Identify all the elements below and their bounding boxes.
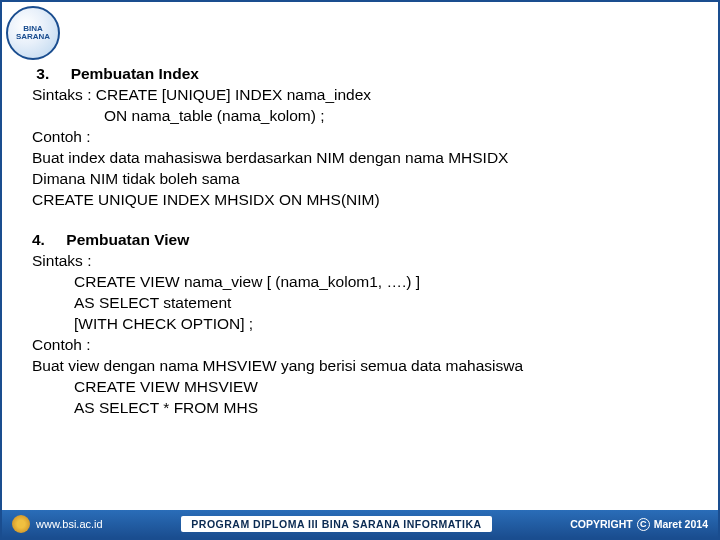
- section-number: 3.: [36, 64, 66, 85]
- body-line: Dimana NIM tidak boleh sama: [32, 169, 698, 190]
- section-heading: 4. Pembuatan View: [32, 230, 698, 251]
- footer-left: www.bsi.ac.id: [12, 515, 103, 533]
- section-number: 4.: [32, 230, 62, 251]
- body-line: [WITH CHECK OPTION] ;: [32, 314, 698, 335]
- copyright-icon: C: [637, 518, 650, 531]
- slide-footer: www.bsi.ac.id PROGRAM DIPLOMA III BINA S…: [2, 510, 718, 538]
- body-line: CREATE VIEW MHSVIEW: [32, 377, 698, 398]
- copyright-date: Maret 2014: [654, 518, 708, 530]
- footer-copyright: COPYRIGHT C Maret 2014: [570, 518, 708, 531]
- section-title: Pembuatan Index: [71, 65, 199, 82]
- copyright-label: COPYRIGHT: [570, 518, 632, 530]
- section-heading: 3. Pembuatan Index: [32, 64, 698, 85]
- footer-url: www.bsi.ac.id: [36, 518, 103, 530]
- crest-icon: [12, 515, 30, 533]
- institution-logo: BINA SARANA: [6, 6, 60, 60]
- body-line: AS SELECT * FROM MHS: [32, 398, 698, 419]
- body-line: CREATE UNIQUE INDEX MHSIDX ON MHS(NIM): [32, 190, 698, 211]
- section-view: 4. Pembuatan View Sintaks : CREATE VIEW …: [32, 230, 698, 418]
- body-line: CREATE VIEW nama_view [ (nama_kolom1, ….…: [32, 272, 698, 293]
- body-line: Sintaks :: [32, 251, 698, 272]
- body-line: Buat index data mahasiswa berdasarkan NI…: [32, 148, 698, 169]
- body-line: ON nama_table (nama_kolom) ;: [32, 106, 698, 127]
- body-line: Sintaks : CREATE [UNIQUE] INDEX nama_ind…: [32, 85, 698, 106]
- body-line: Contoh :: [32, 335, 698, 356]
- footer-program: PROGRAM DIPLOMA III BINA SARANA INFORMAT…: [181, 516, 491, 532]
- body-line: Contoh :: [32, 127, 698, 148]
- body-line: AS SELECT statement: [32, 293, 698, 314]
- section-title: Pembuatan View: [66, 231, 189, 248]
- slide-content: 3. Pembuatan Index Sintaks : CREATE [UNI…: [32, 64, 698, 439]
- section-index: 3. Pembuatan Index Sintaks : CREATE [UNI…: [32, 64, 698, 210]
- logo-text: BINA SARANA: [8, 25, 58, 41]
- body-line: Buat view dengan nama MHSVIEW yang beris…: [32, 356, 698, 377]
